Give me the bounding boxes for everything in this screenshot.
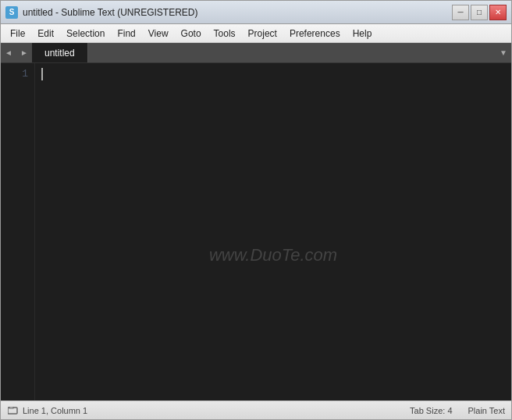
editor-line-1 — [41, 66, 505, 82]
menu-edit[interactable]: Edit — [31, 27, 60, 41]
status-svg — [8, 407, 19, 415]
menu-find[interactable]: Find — [111, 27, 141, 41]
tab-dropdown-icon[interactable]: ▼ — [496, 43, 511, 62]
watermark: www.DuoTe.com — [209, 245, 337, 265]
syntax-indicator[interactable]: Plain Text — [468, 406, 506, 415]
svg-rect-1 — [9, 407, 13, 408]
code-editor[interactable]: www.DuoTe.com — [35, 63, 511, 400]
tab-bar: ◄ ► untitled ▼ — [1, 43, 511, 63]
editor-area[interactable]: 1 www.DuoTe.com — [1, 63, 511, 400]
maximize-button[interactable]: □ — [471, 5, 488, 20]
line-numbers: 1 — [1, 63, 35, 400]
status-right-section: Tab Size: 4 Plain Text — [410, 406, 505, 415]
title-bar: S untitled - Sublime Text (UNREGISTERED)… — [1, 1, 511, 24]
text-cursor — [41, 68, 43, 80]
menu-project[interactable]: Project — [242, 27, 283, 41]
close-button[interactable]: ✕ — [489, 5, 507, 20]
menu-bar: File Edit Selection Find View Goto Tools… — [1, 24, 511, 43]
menu-selection[interactable]: Selection — [60, 27, 111, 41]
menu-view[interactable]: View — [142, 27, 175, 41]
app-icon: S — [5, 6, 18, 19]
cursor-position: Line 1, Column 1 — [23, 406, 410, 415]
tab-untitled[interactable]: untitled — [32, 43, 88, 62]
menu-goto[interactable]: Goto — [175, 27, 208, 41]
line-number-1: 1 — [1, 66, 28, 82]
menu-help[interactable]: Help — [347, 27, 379, 41]
status-bar: Line 1, Column 1 Tab Size: 4 Plain Text — [1, 400, 511, 419]
minimize-button[interactable]: ─ — [452, 5, 469, 20]
tab-size-indicator[interactable]: Tab Size: 4 — [410, 406, 452, 415]
menu-file[interactable]: File — [4, 27, 31, 41]
tab-spacer — [88, 43, 496, 62]
window-title: untitled - Sublime Text (UNREGISTERED) — [23, 7, 452, 18]
menu-tools[interactable]: Tools — [208, 27, 242, 41]
tab-scroll-left-icon[interactable]: ◄ — [1, 43, 16, 62]
window-controls: ─ □ ✕ — [452, 5, 507, 20]
tab-scroll-right-icon[interactable]: ► — [16, 43, 32, 62]
file-status-icon — [7, 406, 20, 415]
menu-preferences[interactable]: Preferences — [283, 27, 347, 41]
main-window: S untitled - Sublime Text (UNREGISTERED)… — [0, 0, 512, 420]
